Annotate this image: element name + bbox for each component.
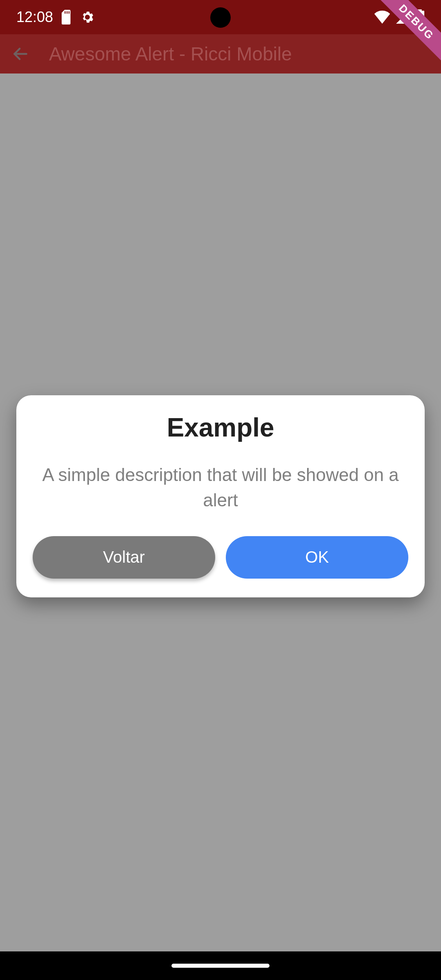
ok-button-label: OK bbox=[305, 548, 329, 566]
cancel-button[interactable]: Voltar bbox=[33, 536, 215, 579]
dialog-button-row: Voltar OK bbox=[33, 536, 408, 579]
alert-dialog: Example A simple description that will b… bbox=[16, 395, 425, 597]
ok-button[interactable]: OK bbox=[226, 536, 408, 579]
cancel-button-label: Voltar bbox=[103, 548, 145, 566]
dialog-title: Example bbox=[33, 412, 408, 443]
dialog-description: A simple description that will be showed… bbox=[33, 462, 408, 513]
